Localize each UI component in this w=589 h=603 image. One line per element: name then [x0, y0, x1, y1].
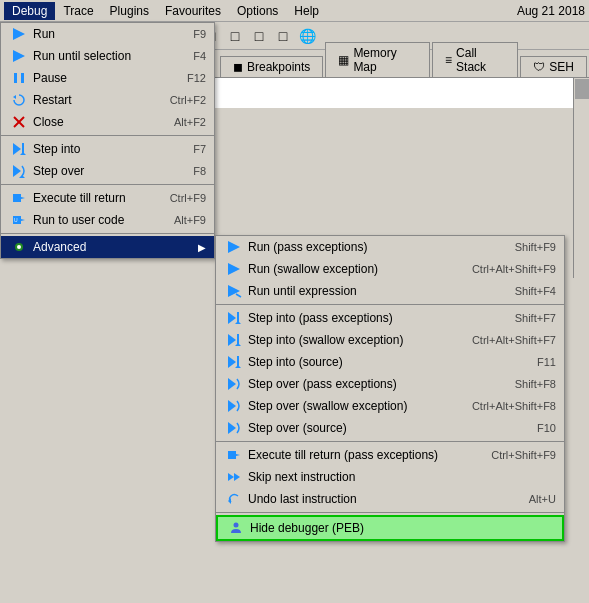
svg-marker-7: [13, 143, 21, 155]
menu-item-step-over[interactable]: Step over F8: [1, 160, 214, 182]
svg-marker-10: [13, 165, 21, 177]
submenu-item-hide-debugger[interactable]: Hide debugger (PEB): [216, 515, 564, 541]
toolbar-t3[interactable]: □: [224, 25, 246, 47]
toolbar-t4[interactable]: □: [248, 25, 270, 47]
advanced-submenu: Run (pass exceptions) Shift+F9 Run (swal…: [215, 235, 565, 542]
advanced-icon: [9, 239, 29, 255]
submenu-arrow: ▶: [198, 242, 206, 253]
submenu-sep-1: [216, 304, 564, 305]
submenu-item-stepinto-pass[interactable]: Step into (pass exceptions) Shift+F7: [216, 307, 564, 329]
seh-icon: 🛡: [533, 60, 545, 74]
menu-item-restart[interactable]: Restart Ctrl+F2: [1, 89, 214, 111]
menu-help[interactable]: Help: [286, 2, 327, 20]
submenu-item-stepover-source[interactable]: Step over (source) F10: [216, 417, 564, 439]
step-over-icon: [9, 163, 29, 179]
svg-point-16: [17, 245, 21, 249]
submenu-sep-3: [216, 512, 564, 513]
svg-point-37: [234, 523, 239, 528]
memory-map-icon: ▦: [338, 53, 349, 67]
svg-text:U: U: [14, 217, 18, 223]
menu-item-run[interactable]: Run F9: [1, 23, 214, 45]
submenu-run-swallow-icon: [224, 261, 244, 277]
svg-marker-32: [228, 422, 236, 434]
svg-marker-34: [228, 473, 234, 481]
toolbar-t5[interactable]: □: [272, 25, 294, 47]
svg-marker-24: [228, 334, 236, 346]
svg-marker-31: [228, 400, 236, 412]
svg-rect-3: [21, 73, 24, 83]
tab-breakpoints[interactable]: ◼ Breakpoints: [220, 56, 323, 77]
submenu-item-exec-return-pass[interactable]: Execute till return (pass exceptions) Ct…: [216, 444, 564, 466]
menu-sep-2: [1, 184, 214, 185]
svg-marker-1: [13, 50, 25, 62]
svg-rect-2: [14, 73, 17, 83]
menu-item-execute-return[interactable]: Execute till return Ctrl+F9: [1, 187, 214, 209]
restart-icon: [9, 92, 29, 108]
run-until-selection-icon: [9, 48, 29, 64]
svg-marker-17: [228, 241, 240, 253]
menu-debug[interactable]: Debug: [4, 2, 55, 20]
submenu-item-run-swallow[interactable]: Run (swallow exception) Ctrl+Alt+Shift+F…: [216, 258, 564, 280]
svg-marker-26: [235, 343, 241, 346]
svg-marker-33: [228, 451, 240, 459]
svg-marker-36: [228, 498, 231, 504]
submenu-run-expr-icon: [224, 283, 244, 299]
svg-marker-4: [13, 95, 16, 99]
submenu-skip-next-icon: [224, 469, 244, 485]
run-icon: [9, 26, 29, 42]
submenu-stepover-source-icon: [224, 420, 244, 436]
submenu-stepinto-source-icon: [224, 354, 244, 370]
menu-options[interactable]: Options: [229, 2, 286, 20]
submenu-item-stepover-swallow[interactable]: Step over (swallow exception) Ctrl+Alt+S…: [216, 395, 564, 417]
submenu-stepinto-swallow-icon: [224, 332, 244, 348]
submenu-item-stepinto-swallow[interactable]: Step into (swallow exception) Ctrl+Alt+S…: [216, 329, 564, 351]
scrollbar-thumb[interactable]: [575, 79, 589, 99]
run-user-code-icon: U: [9, 212, 29, 228]
menu-trace[interactable]: Trace: [55, 2, 101, 20]
submenu-item-run-expr[interactable]: Run until expression Shift+F4: [216, 280, 564, 302]
submenu-stepover-swallow-icon: [224, 398, 244, 414]
close-menu-icon: [9, 114, 29, 130]
menu-item-advanced[interactable]: Advanced ▶ Run (pass exceptions) Shift+F…: [1, 236, 214, 258]
svg-marker-23: [235, 321, 241, 324]
tab-seh[interactable]: 🛡 SEH: [520, 56, 587, 77]
tab-call-stack[interactable]: ≡ Call Stack: [432, 42, 518, 77]
scrollbar-track[interactable]: [573, 78, 589, 278]
execute-return-icon: [9, 190, 29, 206]
menu-item-run-user-code[interactable]: U Run to user code Alt+F9: [1, 209, 214, 231]
menu-favourites[interactable]: Favourites: [157, 2, 229, 20]
svg-marker-0: [13, 28, 25, 40]
svg-marker-18: [228, 263, 240, 275]
svg-line-20: [236, 294, 241, 297]
debug-dropdown: Run F9 Run until selection F4 Pause F12 …: [0, 22, 215, 259]
submenu-undo-last-icon: [224, 491, 244, 507]
menu-item-step-into[interactable]: Step into F7: [1, 138, 214, 160]
svg-marker-11: [19, 175, 25, 178]
tab-memory-map[interactable]: ▦ Memory Map: [325, 42, 430, 77]
menu-item-close[interactable]: Close Alt+F2: [1, 111, 214, 133]
menu-item-run-until-selection[interactable]: Run until selection F4: [1, 45, 214, 67]
svg-marker-21: [228, 312, 236, 324]
submenu-item-stepover-pass[interactable]: Step over (pass exceptions) Shift+F8: [216, 373, 564, 395]
submenu-item-run-pass[interactable]: Run (pass exceptions) Shift+F9: [216, 236, 564, 258]
call-stack-icon: ≡: [445, 53, 452, 67]
submenu-sep-2: [216, 441, 564, 442]
svg-marker-30: [228, 378, 236, 390]
submenu-exec-return-pass-icon: [224, 447, 244, 463]
submenu-hide-debugger-icon: [226, 520, 246, 536]
submenu-item-undo-last[interactable]: Undo last instruction Alt+U: [216, 488, 564, 510]
pause-icon: [9, 70, 29, 86]
submenu-item-stepinto-source[interactable]: Step into (source) F11: [216, 351, 564, 373]
date-display: Aug 21 2018: [517, 4, 585, 18]
svg-marker-35: [234, 473, 240, 481]
submenu-stepinto-pass-icon: [224, 310, 244, 326]
svg-marker-27: [228, 356, 236, 368]
breakpoints-icon: ◼: [233, 60, 243, 74]
step-into-icon: [9, 141, 29, 157]
submenu-item-skip-next[interactable]: Skip next instruction: [216, 466, 564, 488]
svg-marker-9: [20, 152, 26, 155]
menu-item-pause[interactable]: Pause F12: [1, 67, 214, 89]
toolbar-t6[interactable]: 🌐: [296, 25, 318, 47]
submenu-run-pass-icon: [224, 239, 244, 255]
menu-plugins[interactable]: Plugins: [102, 2, 157, 20]
